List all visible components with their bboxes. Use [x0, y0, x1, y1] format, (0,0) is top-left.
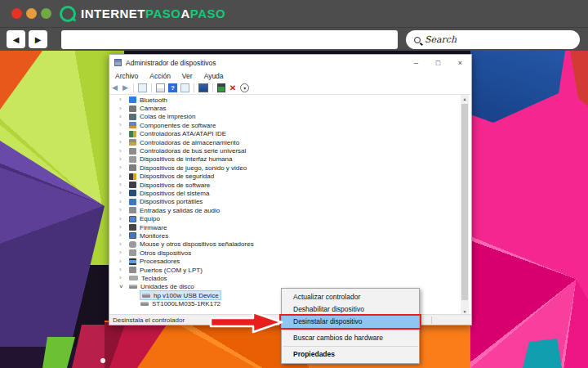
- menu-ver[interactable]: Ver: [176, 72, 198, 80]
- chevron-right-icon[interactable]: ›: [119, 232, 129, 239]
- tree-item-label: Otros dispositivos: [140, 249, 191, 257]
- tree-item-label: Dispositivos portátiles: [140, 198, 203, 205]
- tree-item-juego-sonido-video[interactable]: ›Dispositivos de juego, sonido y video: [109, 164, 462, 172]
- logo-seg-paso2: PASO: [190, 7, 225, 20]
- nav-back-icon[interactable]: ◀: [112, 83, 118, 92]
- tree-item-componentes-software[interactable]: ›Componentes de software: [109, 121, 462, 129]
- chevron-right-icon[interactable]: ›: [119, 249, 129, 256]
- url-input[interactable]: [61, 30, 398, 49]
- logo-ring-icon: [60, 6, 76, 22]
- tree-item-label: Procesadores: [140, 258, 180, 265]
- tree-item-seguridad[interactable]: ›Dispositivos de seguridad: [109, 173, 462, 181]
- tree-item-otros[interactable]: ›Otros dispositivos: [109, 249, 462, 257]
- close-button[interactable]: ×: [449, 55, 471, 70]
- tree-item-ata-atapi[interactable]: ›Controladoras ATA/ATAPI IDE: [109, 130, 462, 138]
- tree-item-monitores[interactable]: ›Monitores: [109, 231, 462, 240]
- tree-item-sistema[interactable]: ›Dispositivos del sistema: [109, 189, 462, 197]
- window-title-bar[interactable]: Administrador de dispositivos – □ ×: [109, 55, 471, 70]
- disk-drive-icon: [142, 294, 150, 298]
- tree-item-label: Monitores: [140, 232, 168, 240]
- storage-controller-icon: [129, 139, 136, 146]
- chevron-right-icon[interactable]: ›: [119, 164, 129, 171]
- tree-item-portatiles[interactable]: ›Dispositivos portátiles: [109, 198, 462, 206]
- console-tree-icon[interactable]: [138, 83, 147, 92]
- software-component-icon: [129, 122, 136, 128]
- tree-item-equipo[interactable]: ›Equipo: [109, 214, 462, 222]
- chevron-right-icon[interactable]: ›: [119, 258, 129, 265]
- scrollbar-thumb[interactable]: [461, 104, 468, 300]
- tree-item-puertos[interactable]: ›Puertos (COM y LPT): [109, 266, 462, 274]
- tree-item-procesadores[interactable]: ›Procesadores: [109, 257, 462, 265]
- menu-item-deshabilitar-dispositivo[interactable]: Deshabilitar dispositivo: [282, 303, 419, 316]
- driver-package-icon[interactable]: [217, 83, 225, 92]
- tree-item-mouse[interactable]: ›Mouse y otros dispositivos señaladores: [109, 240, 462, 249]
- tree-item-camaras[interactable]: ›Cámaras: [109, 104, 462, 112]
- chevron-right-icon[interactable]: ›: [119, 199, 129, 205]
- chevron-right-icon[interactable]: ›: [119, 156, 129, 163]
- tree-item-dispositivos-software[interactable]: ›Dispositivos de software: [109, 181, 462, 189]
- maximize-button[interactable]: □: [427, 55, 449, 70]
- tree-item-colas-impresion[interactable]: ›Colas de impresión: [109, 113, 462, 121]
- chevron-right-icon[interactable]: ›: [119, 96, 129, 103]
- chevron-right-icon[interactable]: ›: [119, 216, 129, 222]
- menu-item-buscar-cambios-hardware[interactable]: Buscar cambios de hardware: [282, 332, 419, 344]
- tree-item-interfaz-humana[interactable]: ›Dispositivos de interfaz humana: [109, 155, 462, 164]
- help-icon[interactable]: ?: [168, 83, 177, 92]
- uninstall-device-icon[interactable]: ✕: [229, 83, 236, 92]
- toolbar: ◀ ▶ ? ✕ ▾: [109, 81, 471, 95]
- chevron-right-icon[interactable]: ›: [119, 207, 129, 213]
- device-manager-icon: [114, 59, 122, 66]
- computer-icon: [129, 216, 136, 222]
- chevron-right-icon[interactable]: ›: [119, 114, 129, 120]
- yellow-dot-icon: [26, 8, 37, 19]
- tree-item-label: Entradas y salidas de audio: [140, 207, 220, 214]
- scan-hardware-icon[interactable]: ▾: [240, 83, 249, 92]
- minimize-icon: –: [414, 59, 418, 67]
- forward-button[interactable]: ▶: [29, 30, 47, 48]
- back-button[interactable]: ◀: [7, 30, 25, 48]
- menu-ayuda[interactable]: Ayuda: [198, 72, 229, 80]
- search-box[interactable]: Search: [406, 30, 580, 49]
- status-bar-text: Desinstala el controlador: [113, 316, 185, 324]
- browser-nav-bar: ◀ ▶ Search: [0, 27, 588, 51]
- chevron-right-icon[interactable]: ›: [119, 241, 129, 248]
- menu-item-actualizar-controlador[interactable]: Actualizar controlador: [282, 291, 419, 303]
- chevron-right-icon[interactable]: ›: [119, 105, 129, 112]
- menu-item-desinstalar-dispositivo[interactable]: Desinstalar dispositivo: [282, 316, 419, 328]
- tree-item-bluetooth[interactable]: ›Bluetooth: [109, 96, 462, 104]
- chevron-right-icon[interactable]: ›: [119, 275, 129, 281]
- chevron-right-icon[interactable]: ›: [119, 224, 129, 231]
- properties-icon[interactable]: [156, 83, 165, 92]
- menu-archivo[interactable]: Archivo: [109, 72, 144, 80]
- tree-item-teclados[interactable]: ›Teclados: [109, 274, 462, 282]
- nav-forward-icon[interactable]: ▶: [122, 83, 128, 92]
- minimize-button[interactable]: –: [405, 55, 427, 70]
- chevron-right-icon[interactable]: ›: [119, 173, 129, 180]
- tree-item-label: Bluetooth: [140, 96, 167, 104]
- chevron-right-icon[interactable]: ›: [119, 182, 129, 188]
- selected-device-highlight[interactable]: hp v100w USB Device: [140, 291, 220, 299]
- chevron-right-icon[interactable]: ›: [119, 139, 129, 146]
- monitor-icon: [129, 232, 136, 239]
- tree-item-entradas-salidas-audio[interactable]: ›Entradas y salidas de audio: [109, 206, 462, 214]
- vertical-scrollbar[interactable]: ▲ ▼: [461, 95, 469, 316]
- logo-seg-a: A: [180, 7, 189, 20]
- update-driver-icon[interactable]: [198, 83, 208, 92]
- firmware-icon: [129, 224, 136, 231]
- chevron-down-icon[interactable]: ˅: [119, 284, 129, 290]
- tree-item-almacenamiento[interactable]: ›Controladoras de almacenamiento: [109, 138, 462, 146]
- chevron-right-icon[interactable]: ›: [119, 131, 129, 137]
- chevron-right-icon[interactable]: ›: [119, 148, 129, 155]
- disk-drive-icon: [140, 302, 149, 306]
- menu-item-propiedades[interactable]: Propiedades: [282, 348, 419, 361]
- tree-item-firmware[interactable]: ›Firmware: [109, 223, 462, 231]
- scroll-up-button[interactable]: ▲: [461, 95, 469, 103]
- forward-arrow-icon: ▶: [35, 35, 42, 44]
- chevron-right-icon[interactable]: ›: [119, 122, 129, 128]
- tree-item-bus-serie[interactable]: ›Controladoras de bus serie universal: [109, 146, 462, 155]
- tree-item-label: Controladoras de almacenamiento: [140, 139, 239, 146]
- chevron-right-icon[interactable]: ›: [119, 190, 129, 196]
- console-window-icon[interactable]: [180, 83, 189, 92]
- chevron-right-icon[interactable]: ›: [119, 267, 129, 273]
- menu-accion[interactable]: Acción: [144, 72, 176, 80]
